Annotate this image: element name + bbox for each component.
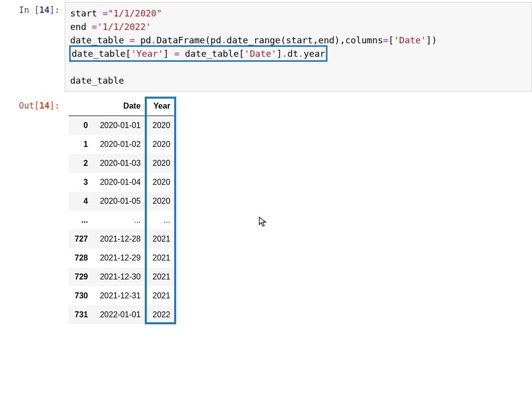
year-cell: 2020: [147, 173, 177, 192]
row-index: 4: [69, 192, 94, 211]
header-date: Date: [94, 97, 147, 116]
year-cell: 2021: [147, 267, 177, 286]
date-cell: 2020-01-01: [94, 116, 147, 135]
date-cell: 2021-12-28: [94, 230, 147, 249]
table-row: 12020-01-022020: [69, 135, 176, 154]
year-cell: 2021: [147, 230, 177, 249]
date-cell: 2020-01-03: [94, 154, 147, 173]
table-row: 22020-01-032020: [69, 154, 176, 173]
table-row: 42020-01-052020: [69, 192, 176, 211]
table-row: 7282021-12-292021: [69, 249, 176, 267]
code-input[interactable]: start ="1/1/2020" end ='1/1/2022' date_t…: [65, 2, 532, 92]
date-cell: 2021-12-30: [94, 267, 147, 286]
table-header-row: Date Year: [69, 97, 176, 116]
table-row: 32020-01-042020: [69, 173, 176, 192]
date-cell: 2020-01-05: [94, 192, 147, 211]
header-index: [69, 97, 94, 116]
output-prompt: Out[14]:: [0, 96, 65, 326]
row-index: 1: [69, 135, 94, 154]
year-cell: 2020: [147, 154, 177, 173]
row-index: ...: [69, 211, 94, 230]
date-cell: 2022-01-01: [94, 305, 147, 324]
header-year: Year: [147, 97, 177, 116]
input-prompt: In [14]:: [0, 0, 65, 92]
date-cell: 2020-01-04: [94, 173, 147, 192]
row-index: 731: [69, 305, 94, 324]
year-cell: 2021: [147, 249, 177, 267]
row-index: 0: [69, 116, 94, 135]
row-index: 2: [69, 154, 94, 173]
table-row: .........: [69, 211, 176, 230]
year-cell: ...: [147, 211, 177, 230]
year-cell: 2021: [147, 286, 177, 305]
input-cell-row: In [14]: start ="1/1/2020" end ='1/1/202…: [0, 0, 532, 92]
dataframe-wrap: Date Year 02020-01-01202012020-01-022020…: [69, 97, 176, 324]
output-cell-row: Out[14]: Date Year 02020-01-01202012020-…: [0, 92, 532, 326]
table-row: 7292021-12-302021: [69, 267, 176, 286]
date-cell: 2020-01-02: [94, 135, 147, 154]
date-cell: 2021-12-31: [94, 286, 147, 305]
dataframe-table: Date Year 02020-01-01202012020-01-022020…: [69, 97, 176, 324]
highlighted-code-line: date_table['Year'] = date_table['Date'].…: [69, 45, 327, 62]
row-index: 3: [69, 173, 94, 192]
year-cell: 2020: [147, 192, 177, 211]
row-index: 727: [69, 230, 94, 249]
year-cell: 2020: [147, 116, 177, 135]
date-cell: ...: [94, 211, 147, 230]
year-cell: 2020: [147, 135, 177, 154]
output-area: Date Year 02020-01-01202012020-01-022020…: [65, 92, 532, 326]
row-index: 728: [69, 249, 94, 267]
table-row: 7272021-12-282021: [69, 230, 176, 249]
date-cell: 2021-12-29: [94, 249, 147, 267]
year-cell: 2022: [147, 305, 177, 324]
table-row: 7312022-01-012022: [69, 305, 176, 324]
row-index: 729: [69, 267, 94, 286]
table-row: 02020-01-012020: [69, 116, 176, 135]
table-row: 7302021-12-312021: [69, 286, 176, 305]
row-index: 730: [69, 286, 94, 305]
